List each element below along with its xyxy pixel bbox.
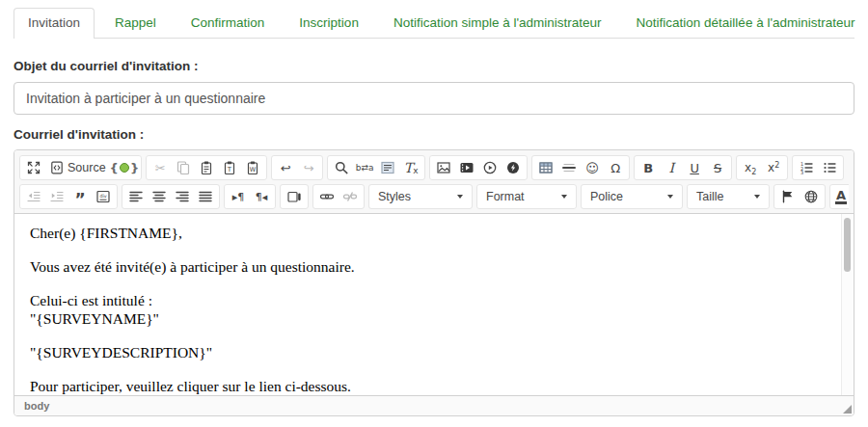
subject-input[interactable] [14,82,854,115]
underline-icon[interactable]: U [683,156,706,179]
paste-icon[interactable] [195,156,218,179]
flash-icon[interactable] [502,156,525,179]
maximize-icon[interactable] [22,156,45,179]
editor-status-bar: body [14,395,854,415]
body-line: Cher(e) {FIRSTNAME}, [30,224,838,242]
tab-notification-detaillee[interactable]: Notification détaillée à l'administrateu… [622,8,868,38]
text-color-icon[interactable]: A [832,185,849,208]
font-dropdown[interactable]: Police [583,185,680,208]
indent-icon[interactable] [45,185,68,208]
lime-dot [120,163,129,173]
format-dropdown[interactable]: Format [479,185,574,208]
bullet-list-icon[interactable] [818,156,841,179]
copy-icon[interactable] [172,156,195,179]
iframe-icon[interactable] [283,185,306,208]
remove-format-icon[interactable]: Tx [399,156,422,179]
editor-scrollbar[interactable] [841,214,854,395]
align-center-icon[interactable] [148,185,171,208]
email-templates-panel: Invitation Rappel Confirmation Inscripti… [0,0,868,416]
globe-icon[interactable] [800,185,823,208]
text-direction-ltr-icon[interactable]: ▸¶ [227,185,250,208]
body-line: Pour participer, veuillez cliquer sur le… [30,377,838,395]
strikethrough-icon[interactable]: S [706,156,729,179]
select-all-icon[interactable] [376,156,399,179]
redo-icon[interactable]: ↪ [297,156,320,179]
chevron-down-icon [561,195,567,199]
subscript-icon[interactable]: x2 [739,156,762,179]
paste-as-text-icon[interactable]: T [218,156,241,179]
align-left-icon[interactable] [124,185,148,208]
blockquote-icon[interactable]: ” [68,188,92,211]
styles-dropdown[interactable]: Styles [371,185,470,208]
tab-inscription[interactable]: Inscription [285,8,373,38]
svg-text:div: div [99,194,106,199]
numbered-list-icon[interactable]: 123 [795,156,818,179]
anchor-flag-icon[interactable] [776,185,800,208]
italic-icon[interactable]: I [660,156,683,179]
source-button[interactable]: Source [45,156,110,179]
svg-text:W: W [250,166,257,173]
smiley-icon[interactable]: ☺ [581,156,604,179]
body-label: Courriel d'invitation : [14,127,854,142]
source-label: Source [68,161,106,174]
body-line: "{SURVEYDESCRIPTION}" [30,343,838,361]
chevron-down-icon [457,195,463,199]
replace-icon[interactable]: b⇄a [353,156,376,179]
search-icon[interactable] [330,156,353,179]
toolbar-row-1: Source {} ✂ T [19,153,849,182]
link-icon[interactable] [315,185,339,208]
image-icon[interactable] [432,156,455,179]
body-line: Celui-ci est intitulé : [30,291,838,309]
tab-rappel[interactable]: Rappel [100,8,171,38]
lime-replacement-fields-icon[interactable]: {} [110,156,140,179]
scrollbar-thumb[interactable] [844,218,851,272]
body-line: "{SURVEYNAME}" [30,309,838,328]
media-embed-icon[interactable] [478,156,502,179]
subject-label: Objet du courriel d'invitation : [14,59,854,73]
cut-icon[interactable]: ✂ [149,156,172,179]
rich-text-editor: Source {} ✂ T [14,149,854,416]
elements-path[interactable]: body [24,400,49,412]
unlink-icon[interactable] [339,185,362,208]
outdent-icon[interactable] [22,185,45,208]
horizontal-rule-icon[interactable] [557,156,581,179]
align-justify-icon[interactable] [194,185,217,208]
tab-confirmation[interactable]: Confirmation [176,8,280,38]
resize-handle-icon[interactable] [843,405,852,414]
editor-content-area[interactable]: Cher(e) {FIRSTNAME}, Vous avez été invit… [14,214,854,395]
undo-icon[interactable]: ↩ [274,156,297,179]
body-line: Vous avez été invité(e) à participer à u… [30,257,838,276]
editor-toolbar: Source {} ✂ T [14,150,854,214]
video-icon[interactable] [455,156,478,179]
tab-invitation[interactable]: Invitation [14,8,95,39]
email-template-tabs: Invitation Rappel Confirmation Inscripti… [14,8,854,39]
table-icon[interactable] [534,156,557,179]
email-body-text: Cher(e) {FIRSTNAME}, Vous avez été invit… [14,214,854,395]
chevron-down-icon [667,195,673,199]
paste-from-word-icon[interactable]: W [241,156,264,179]
special-char-icon[interactable]: Ω [604,156,627,179]
chevron-down-icon [754,195,760,199]
align-right-icon[interactable] [171,185,194,208]
superscript-icon[interactable]: x2 [762,156,785,179]
svg-text:T: T [227,166,232,173]
svg-text:3: 3 [800,170,803,175]
toolbar-row-2: ” div [19,182,849,211]
bold-icon[interactable]: B [637,156,660,179]
tab-notification-simple[interactable]: Notification simple à l'administrateur [379,8,616,38]
div-container-icon[interactable]: div [92,185,115,208]
font-size-dropdown[interactable]: Taille [690,185,767,208]
text-direction-rtl-icon[interactable]: ¶◂ [250,185,273,208]
